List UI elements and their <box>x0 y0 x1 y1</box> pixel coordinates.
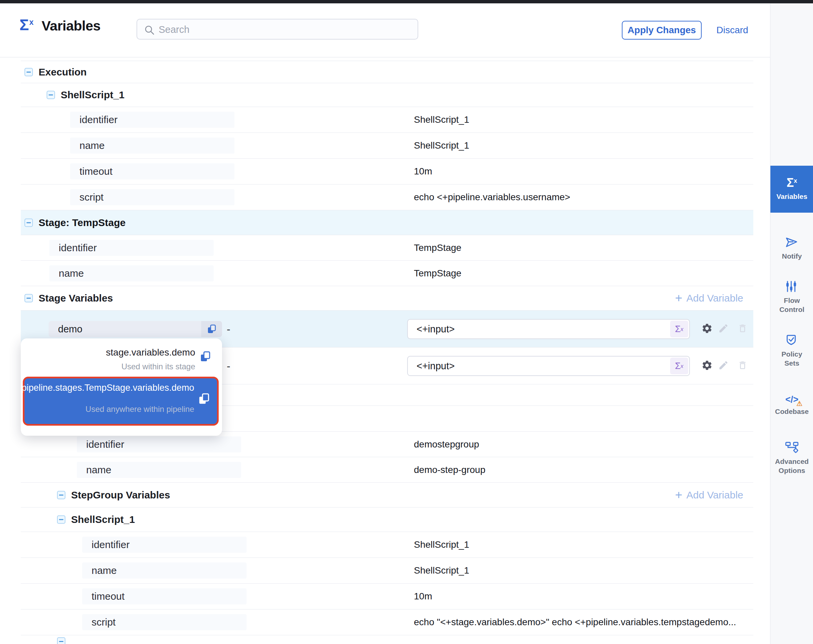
discard-button[interactable]: Discard <box>716 21 748 40</box>
trash-icon[interactable] <box>738 360 748 372</box>
field-label: name <box>92 563 117 579</box>
node-label: StepGroup Variables <box>71 489 170 501</box>
code-warning-icon: </>⚠ <box>785 394 798 405</box>
field-value: 10m <box>414 591 432 602</box>
variable-type-dash: - <box>227 360 230 372</box>
gear-icon <box>701 360 713 371</box>
sigma-x-icon: Σx <box>20 15 33 34</box>
variable-type-dash: - <box>227 323 230 335</box>
field-label: script <box>92 614 116 630</box>
sidebar-item-label: Variables <box>775 192 809 201</box>
trash-icon[interactable] <box>738 324 748 335</box>
field-value: ShellScript_1 <box>414 140 469 151</box>
field-row: identifierTempStage <box>21 235 753 261</box>
add-variable-button[interactable]: +Add Variable <box>675 488 743 502</box>
field-value: TempStage <box>414 268 462 279</box>
variable-name-text: demo <box>58 321 201 337</box>
node-label: Stage Variables <box>38 293 113 304</box>
gear-icon[interactable] <box>701 323 713 336</box>
sidebar-item-label: Codebase <box>775 407 809 416</box>
sidebar-item-variables[interactable]: ΣxVariables <box>770 166 813 213</box>
field-value: 10m <box>414 166 432 177</box>
field-label: identifier <box>80 112 117 128</box>
expression-toggle-button[interactable]: Σx <box>670 357 688 374</box>
field-value: demo-step-group <box>414 465 485 475</box>
field-value: TempStage <box>414 242 462 253</box>
flowchart-gear-icon <box>785 442 799 454</box>
option-path: pipeline.stages.TempStage.variables.demo <box>21 383 194 393</box>
shield-check-icon <box>785 334 799 348</box>
field-label: timeout <box>80 163 112 179</box>
field-value: demostepgroup <box>414 439 479 450</box>
field-row: scriptecho <+pipeline.variables.username… <box>21 184 753 210</box>
tree-node-row: StepGroup Variables+Add Variable <box>21 483 753 508</box>
field-label: timeout <box>92 588 124 604</box>
field-value: echo <+pipeline.variables.username> <box>414 192 570 202</box>
popup-option-pipeline-scope-selected[interactable]: pipeline.stages.TempStage.variables.demo… <box>23 377 219 426</box>
sidebar-item-advanced-options[interactable]: Advanced Options <box>770 440 813 482</box>
copy-icon[interactable] <box>198 393 210 406</box>
tree-node-row: Stage: TempStage <box>21 210 753 235</box>
window-top-bar <box>0 0 813 3</box>
variable-value-input[interactable]: <+input>Σx <box>407 356 690 376</box>
search-input[interactable] <box>158 20 411 40</box>
copy-button[interactable] <box>201 321 222 337</box>
sidebar-item-label: Policy Sets <box>775 350 809 368</box>
variable-copy-popup: stage.variables.demo Used within its sta… <box>21 339 222 436</box>
sidebar-item-policy-sets[interactable]: Policy Sets <box>770 333 813 375</box>
field-label: name <box>86 462 111 478</box>
field-value: ShellScript_1 <box>414 565 469 576</box>
trash-icon <box>738 360 748 370</box>
field-label: name <box>59 265 84 281</box>
field-row: identifierShellScript_1 <box>21 532 753 558</box>
collapse-icon[interactable] <box>57 515 65 524</box>
field-row: timeout10m <box>21 584 753 609</box>
option-scope: Used anywhere within pipeline <box>86 405 194 414</box>
variable-name-pill[interactable]: demo <box>49 321 222 337</box>
gear-icon <box>701 323 713 334</box>
node-label: Execution <box>38 66 86 78</box>
pencil-icon[interactable] <box>718 360 729 372</box>
node-label: ShellScript_1 <box>71 514 135 525</box>
expression-toggle-button[interactable]: Σx <box>670 320 688 337</box>
collapse-icon[interactable] <box>57 637 65 644</box>
field-row: scriptecho "<+stage.variables.demo>" ech… <box>21 609 753 635</box>
collapse-icon[interactable] <box>47 91 55 99</box>
collapse-icon[interactable] <box>25 218 33 227</box>
sidebar-item-flow-control[interactable]: Flow Control <box>770 279 813 321</box>
sliders-icon <box>785 281 799 293</box>
variable-name: demo <box>49 321 201 337</box>
variables-panel-header: Σx Variables Apply Changes Discard <box>0 3 770 57</box>
search-box[interactable] <box>137 19 418 40</box>
variable-value-input[interactable]: <+input>Σx <box>407 319 690 339</box>
field-label: identifier <box>86 436 124 452</box>
field-row: nameShellScript_1 <box>21 133 753 159</box>
tree-node-row: Execution <box>21 61 753 83</box>
collapse-icon[interactable] <box>57 491 65 499</box>
sliders-icon <box>785 281 799 294</box>
apply-changes-button[interactable]: Apply Changes <box>622 21 702 40</box>
tree-node-row: Stage Variables+Add Variable <box>21 286 753 311</box>
gear-icon[interactable] <box>701 360 713 372</box>
flowchart-gear-icon <box>785 442 799 455</box>
plus-icon: + <box>675 291 683 305</box>
add-variable-button[interactable]: +Add Variable <box>675 291 743 305</box>
sidebar-item-notify[interactable]: Notify <box>770 235 813 267</box>
sidebar-item-codebase[interactable]: </>⚠Codebase <box>770 393 813 425</box>
copy-icon[interactable] <box>199 351 211 364</box>
paper-plane-icon <box>785 236 799 250</box>
option-scope: Used within its stage <box>121 362 195 371</box>
field-row: nameShellScript_1 <box>21 558 753 584</box>
pencil-icon[interactable] <box>718 323 729 335</box>
sidebar-item-label: Advanced Options <box>775 457 809 475</box>
field-label: name <box>80 138 105 153</box>
collapse-icon[interactable] <box>25 294 33 302</box>
search-icon <box>144 25 155 36</box>
collapse-icon[interactable] <box>25 68 33 76</box>
field-label: identifier <box>92 537 129 553</box>
field-row: identifierShellScript_1 <box>21 107 753 133</box>
node-label: ShellScript_1 <box>61 89 124 101</box>
field-label: script <box>80 189 104 205</box>
popup-option-stage-scope[interactable]: stage.variables.demo Used within its sta… <box>21 342 222 375</box>
plus-icon: + <box>675 488 683 502</box>
